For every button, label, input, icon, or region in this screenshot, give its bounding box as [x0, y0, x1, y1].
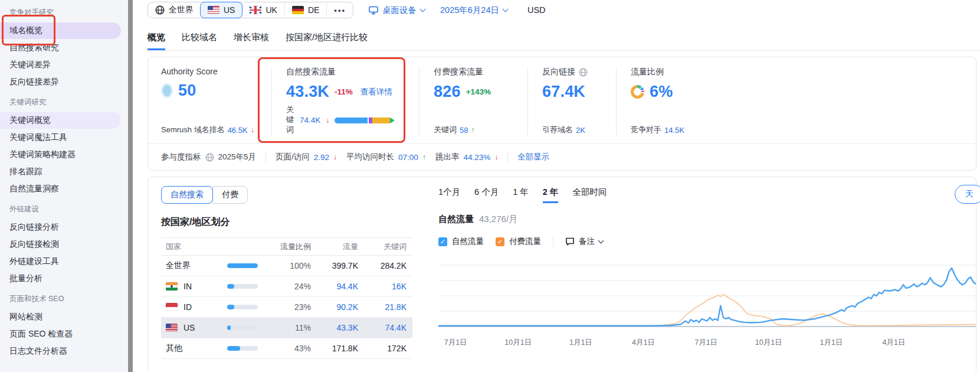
sidebar-item-domain-overview[interactable]: 域名概览 [0, 22, 121, 39]
organic-traffic-value[interactable]: 43.3K [286, 83, 329, 101]
series-自然流量 [438, 268, 976, 326]
arrow-down-icon: ↓ [326, 116, 329, 125]
keywords-value[interactable]: 21.8K [358, 302, 407, 312]
range-tab-1m[interactable]: 1个月 [438, 187, 460, 203]
table-row-other[interactable]: 其他43%171.8K172K [161, 338, 412, 359]
globe-icon [205, 153, 214, 162]
traffic-chart[interactable]: 7月1日10月1日1月1日4月1日7月1日10月1日1月1日4月1日 [438, 256, 976, 348]
traffic-value[interactable]: 90.2K [311, 302, 358, 312]
country-tab-uk[interactable]: UK [242, 2, 284, 18]
x-tick-label: 1月1日 [820, 338, 843, 348]
sidebar-item-on-page-seo-checker[interactable]: 页面 SEO 检查器 [0, 326, 121, 342]
flag-id-icon [166, 303, 178, 311]
sidebar-item-position-tracking[interactable]: 排名跟踪 [0, 164, 121, 180]
table-row-us[interactable]: US11%43.3K74.4K [161, 318, 412, 338]
x-tick-label: 4月1日 [632, 338, 655, 348]
page-tabs: 概览比较域名增长审核按国家/地区进行比较 [148, 32, 980, 51]
country-cell: US [166, 323, 227, 332]
date-select[interactable]: 2025年6月24日 [440, 5, 507, 16]
sidebar-item-backlink-audit[interactable]: 反向链接检测 [0, 236, 121, 253]
table-row-in[interactable]: IN24%94.4K16K [161, 276, 412, 297]
country-name: US [183, 323, 195, 332]
chart-x-axis: 7月1日10月1日1月1日4月1日7月1日10月1日1月1日4月1日 [438, 337, 976, 348]
country-tab-label: ••• [334, 6, 346, 15]
table-row-worldwide[interactable]: 全世界100%399.7K284.2K [161, 256, 412, 276]
metric-backlinks: 反向链接 67.4K 引荐域名 2K [527, 67, 616, 135]
sidebar-item-log-file-analyzer[interactable]: 日志文件分析器 [0, 343, 121, 360]
tab-compare-by-country[interactable]: 按国家/地区进行比较 [286, 32, 368, 50]
x-tick-label: 10月1日 [504, 338, 532, 348]
country-tab-de[interactable]: DE [284, 2, 326, 18]
sidebar-item-keyword-gap[interactable]: 关键词差异 [0, 57, 121, 73]
domain-rank-value[interactable]: 46.5K [228, 126, 248, 135]
sidebar-item-organic-traffic-insights[interactable]: 自然流量洞察 [0, 181, 121, 197]
traffic-value: 171.8K [311, 344, 358, 353]
avg-visit-duration-value[interactable]: 07:00 [398, 153, 418, 162]
tab-overview[interactable]: 概览 [148, 32, 165, 50]
country-tab-label: 全世界 [169, 5, 194, 15]
toggle-organic[interactable]: 自然搜索 [161, 186, 213, 204]
sidebar-item-site-audit[interactable]: 网站检测 [0, 309, 121, 325]
notes-dropdown[interactable]: 备注 [565, 236, 603, 247]
sidebar-item-keyword-strategy-builder[interactable]: 关键词策略构建器 [0, 146, 121, 163]
metric-label: Authority Score [161, 67, 271, 76]
backlinks-value[interactable]: 67.4K [542, 83, 585, 101]
sidebar-scrollbar[interactable] [128, 0, 133, 372]
country-tab-us[interactable]: US [200, 2, 242, 18]
divider [266, 152, 266, 162]
sidebar-item-link-building-tool[interactable]: 外链建设工具 [0, 253, 121, 270]
tab-compare-domains[interactable]: 比较域名 [182, 32, 217, 50]
traffic-value[interactable]: 43.3K [311, 323, 358, 332]
date-label: 2025年6月24日 [440, 5, 499, 16]
checkbox-checked-icon: ✓ [438, 237, 447, 246]
keywords-value[interactable]: 16K [358, 282, 407, 291]
share-bar [227, 346, 258, 351]
view-details-link[interactable]: 查看详情 [360, 87, 392, 97]
keywords-value[interactable]: 74.4K [358, 323, 407, 332]
share-percent: 100% [290, 261, 311, 270]
bounce-rate-value[interactable]: 44.23% [463, 153, 490, 162]
range-tab-6m[interactable]: 6 个月 [474, 187, 499, 203]
country-name: 其他 [166, 343, 182, 354]
country-cell: 其他 [166, 343, 227, 354]
sidebar-item-keyword-magic-tool[interactable]: 关键词魔法工具 [0, 129, 121, 146]
country-name: IN [183, 282, 192, 291]
keywords-label: 关键词 [286, 105, 294, 135]
range-tab-1y[interactable]: 1 年 [513, 187, 529, 203]
device-select[interactable]: 桌面设备 [369, 5, 425, 16]
footer-label: 关键词 [434, 125, 457, 135]
legend-paid-checkbox[interactable]: ✓ 付费流量 [496, 236, 541, 247]
sidebar-item-keyword-overview[interactable]: 关键词概览 [0, 112, 121, 129]
trend-title: 自然流量 [438, 214, 474, 224]
show-all-link[interactable]: 全部显示 [517, 152, 549, 162]
tab-growth-report[interactable]: 增长审核 [234, 32, 269, 50]
share-percent: 24% [294, 282, 311, 291]
competitors-value[interactable]: 14.5K [664, 126, 684, 135]
ref-domains-value[interactable]: 2K [576, 126, 585, 135]
pages-per-visit-value[interactable]: 2.92 [314, 153, 329, 162]
pages-per-visit: 页面/访问 2.92 ↓ [276, 152, 337, 162]
share-cell: 24% [227, 282, 311, 291]
sidebar-item-organic-research[interactable]: 自然搜索研究 [0, 40, 121, 56]
granularity-button[interactable]: 天 [955, 185, 980, 204]
flag-de-icon [292, 6, 304, 14]
traffic-value[interactable]: 94.4K [311, 282, 358, 291]
avg-visit-duration: 平均访问时长 07:00 ↑ [346, 152, 426, 162]
sidebar-item-backlink-analytics[interactable]: 反向链接分析 [0, 219, 121, 236]
country-tab-world[interactable]: 全世界 [148, 2, 201, 18]
range-tab-all[interactable]: 全部时间 [572, 187, 607, 203]
currency-select[interactable]: USD [527, 5, 546, 15]
range-tab-2y[interactable]: 2 年 [543, 187, 559, 203]
organic-keywords-footer: 关键词 74.4K ↓ [286, 105, 419, 135]
paid-keywords-value[interactable]: 58 [460, 126, 468, 135]
sidebar-item-backlink-gap[interactable]: 反向链接差异 [0, 74, 121, 90]
toggle-paid[interactable]: 付费 [212, 186, 248, 204]
organic-keywords-value[interactable]: 74.4K [300, 116, 320, 125]
country-tab-more[interactable]: ••• [326, 2, 353, 18]
legend-organic-checkbox[interactable]: ✓ 自然流量 [438, 236, 484, 247]
paid-traffic-value[interactable]: 826 [434, 83, 461, 101]
x-tick-label: 7月1日 [444, 338, 467, 348]
sidebar-item-bulk-analysis[interactable]: 批量分析 [0, 270, 121, 287]
share-percent: 43% [294, 344, 311, 353]
table-row-id[interactable]: ID23%90.2K21.8K [161, 297, 412, 318]
